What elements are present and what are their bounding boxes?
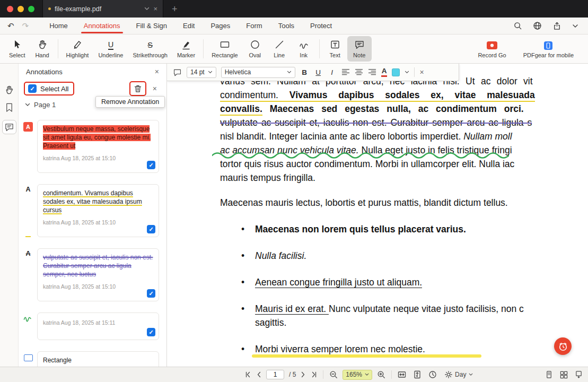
tab-pages[interactable]: Pages [203,18,238,34]
annotation-checkbox[interactable]: ✓ [147,161,155,169]
share-icon[interactable] [552,21,561,30]
comment-bubble-icon [173,68,182,77]
font-color-button[interactable]: A [381,67,388,76]
align-right-icon[interactable] [368,68,376,76]
tool-oval[interactable]: Oval [243,36,267,62]
controls-close-icon[interactable]: × [153,85,157,92]
fab-alarm-button[interactable] [554,337,572,355]
tab-chevron-down-icon[interactable] [144,7,150,11]
tool-line[interactable]: Line [267,36,292,62]
tab-edit[interactable]: Edit [175,18,203,34]
underline-button[interactable]: U [314,68,323,76]
annotation-card[interactable]: vulputate ac suscipit et, iaculis non es… [37,248,159,301]
record-icon [487,39,498,50]
select-cursor-icon [12,39,22,50]
tool-highlight[interactable]: Highlight [62,36,94,62]
close-window-button[interactable] [7,6,13,12]
fit-page-icon[interactable] [413,370,422,379]
font-family-select[interactable]: Helvetica [221,67,295,78]
strikethrough-type-icon: A [25,250,30,301]
search-icon[interactable] [513,21,522,30]
select-all-checkbox[interactable]: ✓ [28,84,37,93]
zoom-level-select[interactable]: 165% [343,370,372,380]
propbar-close-icon[interactable]: × [419,68,424,76]
bold-button[interactable]: B [300,68,309,76]
align-center-icon[interactable] [355,68,363,76]
tool-hand[interactable]: Hand [30,36,55,62]
new-tab-button[interactable]: + [172,4,178,14]
zoom-window-button[interactable] [28,6,34,12]
minimize-window-button[interactable] [17,6,24,12]
bullet-text: Mauris id ex erat. Nunc vulputate neque … [255,302,524,329]
tab-protect[interactable]: Protect [302,18,340,34]
clock-icon[interactable] [428,370,437,379]
color-chevron-down-icon[interactable] [405,71,409,74]
tool-ink[interactable]: Ink [292,36,316,62]
bullet-glyph: • [241,275,255,289]
tab-form[interactable]: Form [238,18,270,34]
last-page-icon[interactable] [311,371,317,378]
zoom-in-icon[interactable] [377,370,385,379]
first-page-icon[interactable] [245,371,251,378]
tool-marker[interactable]: Marker [172,36,200,62]
pan-hand-panel-icon[interactable] [4,85,14,95]
grid-layout-icon[interactable] [560,371,568,379]
annotation-card[interactable]: Vestibulum neque massa, scelerisque sit … [37,120,159,173]
bullet-item: • Aenean congue fringilla justo ut aliqu… [220,275,588,289]
tab-home[interactable]: Home [41,18,76,34]
fit-width-icon[interactable] [398,370,406,379]
annotation-card[interactable]: katrina Aug 18, 2025 at 15:11 ✓ [37,312,159,340]
collapse-ribbon-chevron-icon[interactable] [572,24,578,28]
annotation-card[interactable]: Rectangle katrina Aug 18, 2025 at 15:15 [37,351,159,367]
tab-tools[interactable]: Tools [270,18,302,34]
document-tab[interactable]: file-example.pdf × [42,0,163,18]
view-mode-select[interactable]: Day [445,371,473,378]
ribbon-tabs: Home Annotations Fill & Sign Edit Pages … [41,18,340,34]
tab-annotations[interactable]: Annotations [76,18,128,34]
pdf-page-text: varius sem. Nullam at porttitor arcu, ne… [220,74,588,356]
tool-note[interactable]: Note [347,36,372,62]
tool-rectangle[interactable]: Rectangle [207,36,243,62]
highlight-pen-icon [72,39,83,50]
annotation-checkbox[interactable]: ✓ [147,289,155,298]
underline-letter-icon: U [108,39,113,50]
tool-select[interactable]: Select [4,36,30,62]
zoom-out-icon[interactable] [329,370,338,379]
tab-fill-sign[interactable]: Fill & Sign [128,18,175,34]
record-go-button[interactable]: Record Go [473,36,511,62]
panel-close-icon[interactable]: × [155,68,159,75]
undo-icon[interactable]: ↶ [7,21,14,31]
marker-highlight-annotation[interactable] [252,354,481,358]
previous-page-icon[interactable] [256,371,261,378]
select-all-control[interactable]: ✓ Select All [24,82,74,96]
page-number-input[interactable] [266,370,284,379]
continuous-scroll-icon[interactable] [575,370,583,379]
ink-squiggle-annotation[interactable] [212,151,509,159]
remove-annotation-button[interactable] [129,81,146,96]
note-bubble-icon [354,39,365,50]
tool-strikethrough[interactable]: S Strikethrough [128,36,172,62]
bookmarks-panel-icon[interactable] [4,102,14,112]
font-size-value: 14 pt [190,68,205,76]
pdf-viewport[interactable]: 14 pt Helvetica B U I A × varius sem. Nu… [167,64,588,367]
font-size-select[interactable]: 14 pt [187,67,216,78]
annotations-panel-icon[interactable] [2,120,16,134]
annotation-color-swatch[interactable] [392,68,400,76]
next-page-icon[interactable] [301,371,306,378]
tool-label: Underline [98,52,123,58]
annotation-checkbox[interactable]: ✓ [147,328,155,336]
translate-globe-icon[interactable] [533,21,542,30]
pdfgear-mobile-button[interactable]: PDFgear for mobile [519,36,578,62]
single-page-layout-icon[interactable] [545,370,553,379]
align-left-icon[interactable] [341,68,350,76]
titlebar: file-example.pdf × + [0,0,588,18]
highlight-type-icon: A [23,122,33,132]
annotation-list: A Vestibulum neque massa, scelerisque si… [19,111,166,367]
tab-close-icon[interactable]: × [153,5,157,12]
annotation-checkbox[interactable]: ✓ [147,225,155,233]
annotation-card[interactable]: condimentum. Vivamus dapibus sodales ex,… [37,184,159,237]
tool-text[interactable]: Text [323,36,347,62]
tool-underline[interactable]: U Underline [93,36,128,62]
italic-button[interactable]: I [328,68,337,76]
redo-icon[interactable]: ↷ [22,21,29,31]
